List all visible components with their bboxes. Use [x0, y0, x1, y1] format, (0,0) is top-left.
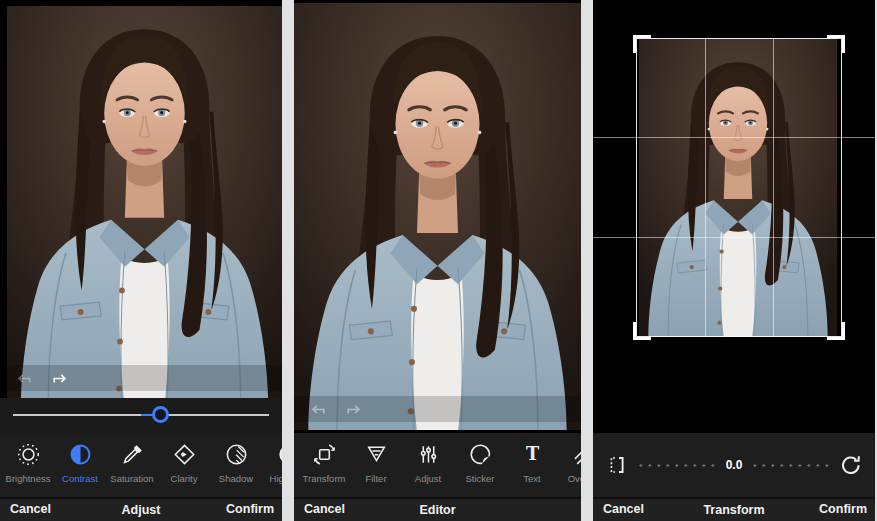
rotation-value: 0.0 — [726, 458, 743, 472]
sticker-icon — [468, 442, 493, 467]
saturation-icon — [120, 442, 145, 467]
shadow-icon — [224, 442, 249, 467]
tool-brightness[interactable]: Brightness — [2, 442, 54, 497]
tool-text[interactable]: T Text — [506, 442, 558, 497]
contrast-icon — [68, 442, 93, 467]
tool-label: Saturation — [110, 473, 153, 484]
ruler-dots-right — [751, 464, 831, 467]
tool-transform[interactable]: Transform — [298, 442, 350, 497]
tool-label: Text — [523, 473, 540, 484]
redo-icon[interactable] — [50, 370, 70, 386]
filter-icon — [364, 442, 389, 467]
portrait-photo — [7, 6, 282, 398]
tool-label: Highlight — [270, 473, 282, 484]
photo-canvas — [294, 3, 581, 430]
slider-track[interactable] — [13, 414, 269, 416]
tool-saturation[interactable]: Saturation — [106, 442, 158, 497]
tool-label: Shadow — [219, 473, 253, 484]
tool-label: Overlay — [568, 473, 581, 484]
undo-icon[interactable] — [308, 401, 328, 417]
editor-bottom-bar: Cancel Editor — [294, 497, 581, 521]
portrait-photo — [294, 3, 581, 430]
tool-label: Brightness — [6, 473, 51, 484]
tool-clarity[interactable]: Clarity — [158, 442, 210, 497]
crop-handle-bottom-right[interactable] — [827, 322, 845, 340]
transform-icon — [312, 442, 337, 467]
screen-title: Editor — [294, 503, 581, 517]
tool-label: Filter — [365, 473, 386, 484]
svg-text:T: T — [525, 443, 538, 464]
tool-label: Sticker — [465, 473, 494, 484]
tool-overlay[interactable]: Overlay — [558, 442, 581, 497]
confirm-button[interactable]: Confirm — [819, 502, 867, 516]
slider-knob[interactable] — [152, 406, 169, 423]
redo-icon[interactable] — [344, 401, 364, 417]
highlight-icon — [276, 442, 283, 467]
reset-icon[interactable] — [839, 453, 863, 477]
tool-adjust[interactable]: Adjust — [402, 442, 454, 497]
tool-contrast[interactable]: Contrast — [54, 442, 106, 497]
adjust-toolbar: Brightness Contrast Saturation Clarity — [0, 433, 282, 497]
undo-icon[interactable] — [14, 370, 34, 386]
ruler-dots-left — [637, 464, 717, 467]
history-bar — [0, 365, 282, 391]
tool-shadow[interactable]: Shadow — [210, 442, 262, 497]
editor-screen: Transform Filter Adjust Sticker — [294, 0, 581, 521]
photo-canvas — [7, 6, 282, 398]
tool-label: Transform — [303, 473, 346, 484]
rotation-ruler[interactable]: 0.0 — [637, 458, 831, 472]
editor-toolbar: Transform Filter Adjust Sticker — [294, 433, 581, 497]
transform-controls: 0.0 — [593, 433, 875, 497]
clarity-icon — [172, 442, 197, 467]
adjust-screen: Brightness Contrast Saturation Clarity — [0, 0, 282, 521]
transform-screen: 0.0 Cancel Transform Confirm — [593, 0, 875, 521]
adjust-value-slider[interactable] — [0, 398, 282, 433]
text-icon: T — [520, 442, 545, 467]
crop-handle-top-right[interactable] — [827, 35, 845, 53]
adjust-icon — [416, 442, 441, 467]
tool-filter[interactable]: Filter — [350, 442, 402, 497]
crop-frame[interactable] — [636, 38, 842, 337]
adjust-bottom-bar: Cancel Adjust Confirm — [0, 497, 282, 521]
tool-label: Adjust — [415, 473, 441, 484]
tool-sticker[interactable]: Sticker — [454, 442, 506, 497]
flip-horizontal-icon[interactable] — [605, 453, 629, 477]
history-bar — [294, 396, 581, 422]
crop-handle-top-left[interactable] — [633, 35, 651, 53]
confirm-button[interactable]: Confirm — [226, 502, 274, 516]
tool-label: Contrast — [62, 473, 98, 484]
crop-handle-bottom-left[interactable] — [633, 322, 651, 340]
transform-bottom-bar: Cancel Transform Confirm — [593, 497, 875, 521]
crop-gridline-vertical — [705, 39, 706, 336]
crop-gridline-vertical — [773, 39, 774, 336]
tool-label: Clarity — [171, 473, 198, 484]
overlay-icon — [572, 442, 582, 467]
brightness-icon — [16, 442, 41, 467]
tool-highlight[interactable]: Highlight — [262, 442, 282, 497]
